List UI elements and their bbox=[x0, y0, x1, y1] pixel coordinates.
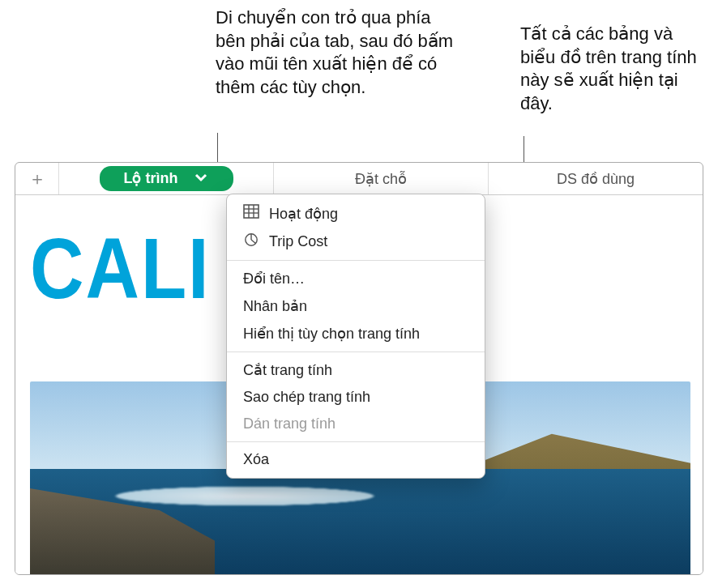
menu-item-label: Hiển thị tùy chọn trang tính bbox=[243, 325, 420, 343]
menu-separator bbox=[227, 352, 485, 352]
callout-tab-arrow: Di chuyển con trỏ qua phía bên phải của … bbox=[216, 6, 459, 99]
menu-item-copy[interactable]: Sao chép trang tính bbox=[227, 384, 485, 411]
svg-rect-0 bbox=[244, 205, 259, 218]
menu-item-label: Đổi tên… bbox=[243, 270, 305, 288]
menu-item-duplicate[interactable]: Nhân bản bbox=[227, 292, 485, 320]
chart-icon bbox=[243, 232, 259, 251]
sheet-tab-bar: ＋ Lộ trình Đặt chỗ DS đồ dùng bbox=[15, 163, 703, 195]
chevron-down-icon[interactable] bbox=[193, 170, 209, 187]
sheet-tab-label: Đặt chỗ bbox=[355, 170, 407, 188]
sheet-tab-label: DS đồ dùng bbox=[557, 170, 635, 188]
menu-item-paste: Dán trang tính bbox=[227, 411, 485, 437]
sheet-tab-label: Lộ trình bbox=[124, 169, 178, 187]
add-sheet-button[interactable]: ＋ bbox=[15, 163, 59, 194]
menu-item-options[interactable]: Hiển thị tùy chọn trang tính bbox=[227, 320, 485, 347]
menu-separator bbox=[227, 260, 485, 261]
spreadsheet-window: ＋ Lộ trình Đặt chỗ DS đồ dùng CALI bbox=[15, 162, 703, 575]
menu-item-object[interactable]: Hoạt động bbox=[227, 199, 485, 228]
menu-item-object[interactable]: Trip Cost bbox=[227, 228, 485, 256]
sheet-context-menu: Hoạt động Trip Cost Đổi tên… Nhân bản Hi… bbox=[226, 194, 485, 479]
menu-item-label: Trip Cost bbox=[269, 233, 327, 250]
sheet-tab[interactable]: Đặt chỗ bbox=[274, 163, 489, 194]
menu-item-label: Hoạt động bbox=[269, 205, 338, 223]
callout-sheet-objects: Tất cả các bảng và biểu đồ trên trang tí… bbox=[520, 23, 707, 115]
table-icon bbox=[243, 204, 259, 223]
menu-item-label: Dán trang tính bbox=[243, 415, 335, 432]
menu-item-delete[interactable]: Xóa bbox=[227, 446, 485, 473]
sheet-tab[interactable]: DS đồ dùng bbox=[489, 163, 703, 194]
menu-item-label: Sao chép trang tính bbox=[243, 389, 370, 406]
menu-separator bbox=[227, 441, 485, 442]
menu-item-cut[interactable]: Cắt trang tính bbox=[227, 356, 485, 384]
menu-item-rename[interactable]: Đổi tên… bbox=[227, 265, 485, 292]
sheet-tab-active[interactable]: Lộ trình bbox=[59, 163, 274, 194]
menu-item-label: Xóa bbox=[243, 451, 269, 468]
title-graphic: CALI bbox=[30, 219, 211, 317]
menu-item-label: Cắt trang tính bbox=[243, 361, 332, 379]
menu-item-label: Nhân bản bbox=[243, 297, 307, 315]
